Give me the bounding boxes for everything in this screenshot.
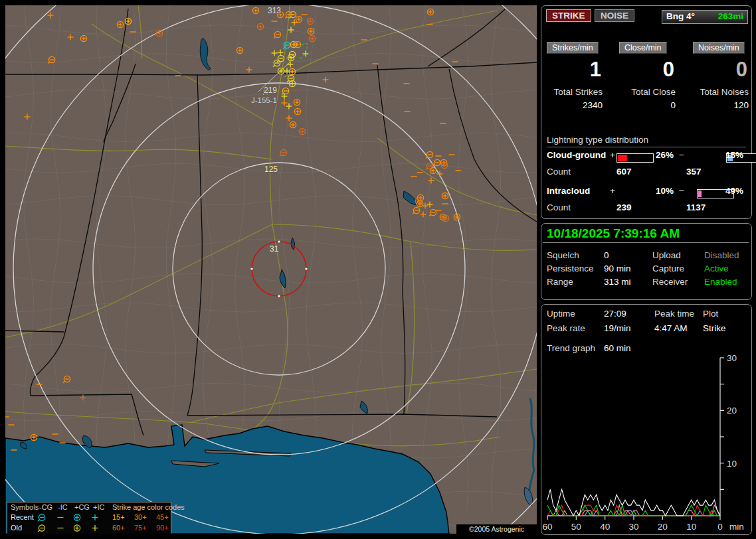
plot-mode-value: Strike bbox=[703, 323, 726, 333]
map-canvas: 313 219 125 31 J-155-1 bbox=[5, 5, 537, 534]
age-code-90plus: 90+ bbox=[156, 524, 169, 532]
ic-pos-sign: + bbox=[610, 186, 615, 196]
range-value: 313 mi bbox=[604, 277, 631, 287]
uptime-value: 27:09 bbox=[604, 309, 626, 319]
svg-text:30: 30 bbox=[727, 355, 737, 363]
water-features bbox=[5, 38, 534, 534]
capture-label: Capture bbox=[652, 264, 684, 273]
close-per-min-value: 0 bbox=[614, 58, 674, 82]
age-code-45plus: 45+ bbox=[156, 513, 169, 521]
total-close-label: Total Close bbox=[614, 87, 676, 97]
trend-graph-label: Trend graph bbox=[547, 343, 595, 353]
status-panel: 10/18/2025 7:39:16 AM Squelch 0 Upload D… bbox=[541, 223, 752, 300]
svg-text:20: 20 bbox=[727, 406, 737, 416]
total-strikes-value: 2340 bbox=[541, 100, 603, 110]
plot-header: Plot bbox=[703, 309, 718, 319]
legend-col-ic-neg: -IC bbox=[58, 503, 68, 511]
ic-count-label: Count bbox=[547, 202, 571, 212]
cloud-ground-label: Cloud-ground bbox=[547, 150, 606, 160]
cg-count-label: Count bbox=[547, 167, 571, 177]
legend-col-cg-pos: +CG bbox=[74, 503, 90, 511]
ic-pos-count: 239 bbox=[616, 202, 632, 212]
cg-neg-pct: 15% bbox=[725, 150, 743, 160]
total-noises-value: 120 bbox=[686, 100, 749, 110]
legend-col-ic-pos: +IC bbox=[93, 503, 104, 511]
cg-neg-count: 357 bbox=[686, 167, 702, 177]
ring-label-125: 125 bbox=[264, 165, 278, 174]
ic-neg-count: 1137 bbox=[686, 202, 706, 212]
total-noises-label: Total Noises bbox=[686, 87, 749, 97]
uptime-label: Uptime bbox=[547, 309, 575, 319]
peak-time-value: 4:47 AM bbox=[654, 323, 688, 333]
bearing-readout: Bng 4° 263mi bbox=[662, 10, 748, 24]
legend-col-cg-neg: -CG bbox=[39, 503, 52, 511]
ic-pos-pct: 10% bbox=[656, 186, 674, 196]
svg-text:60: 60 bbox=[542, 522, 552, 532]
svg-text:0: 0 bbox=[717, 522, 723, 532]
legend-symbols-old bbox=[7, 523, 107, 533]
range-label: Range bbox=[547, 277, 573, 287]
cg-pos-bar bbox=[616, 153, 654, 163]
svg-text:20: 20 bbox=[658, 522, 668, 532]
legend-symbols-header: Symbols bbox=[11, 503, 39, 511]
map-legend: Symbols -CG -IC +CG +IC Strike age color… bbox=[7, 502, 171, 534]
age-code-75plus: 75+ bbox=[134, 524, 147, 532]
noises-per-min-chip: Noises/min bbox=[693, 42, 745, 54]
persistence-value: 90 min bbox=[604, 264, 631, 273]
state-borders bbox=[5, 9, 537, 435]
lightning-map[interactable]: 313 219 125 31 J-155-1 Symbols -CG -IC +… bbox=[5, 5, 537, 534]
ic-neg-sign: − bbox=[679, 186, 684, 196]
strikes-per-min-value: 1 bbox=[541, 58, 601, 82]
cg-pos-count: 607 bbox=[616, 167, 632, 177]
receiver-label: Receiver bbox=[652, 277, 688, 287]
svg-text:50: 50 bbox=[571, 522, 581, 532]
distribution-title: Lightning type distribution bbox=[547, 135, 648, 145]
close-alarm-ring bbox=[250, 240, 307, 297]
copyright-text: ©2005 Astrogenic Systems bbox=[456, 524, 537, 534]
svg-text:10: 10 bbox=[686, 522, 696, 532]
intracloud-label: Intracloud bbox=[547, 186, 590, 196]
peak-rate-value: 19/min bbox=[604, 323, 631, 333]
squelch-value: 0 bbox=[604, 250, 609, 260]
stats-panel: STRIKE NOISE Bng 4° 263mi Strikes/min Cl… bbox=[541, 5, 752, 219]
svg-text:min: min bbox=[729, 522, 744, 532]
peak-rate-label: Peak rate bbox=[547, 323, 585, 333]
age-code-60plus: 60+ bbox=[112, 524, 125, 532]
bearing-label: Bng 4° bbox=[666, 11, 695, 23]
bearing-range: 263mi bbox=[718, 11, 743, 23]
ring-label-219: 219 bbox=[264, 86, 277, 95]
ring-labels: 313 219 125 31 J-155-1 bbox=[251, 6, 281, 254]
app-window: 313 219 125 31 J-155-1 Symbols -CG -IC +… bbox=[0, 0, 756, 539]
receiver-status: Enabled bbox=[704, 277, 737, 287]
capture-status: Active bbox=[704, 264, 729, 273]
persistence-label: Persistence bbox=[547, 264, 594, 273]
age-code-30plus: 30+ bbox=[134, 513, 147, 521]
strike-toggle-button[interactable]: STRIKE bbox=[546, 9, 591, 22]
legend-age-title: Strike age color codes bbox=[112, 503, 185, 511]
legend-symbols-recent bbox=[7, 512, 107, 522]
ring-label-31: 31 bbox=[270, 244, 279, 254]
datetime-display: 10/18/2025 7:39:16 AM bbox=[547, 226, 680, 241]
trend-graph: 1020306050403020100min bbox=[541, 355, 750, 533]
peak-time-header: Peak time bbox=[654, 309, 694, 319]
svg-text:10: 10 bbox=[727, 459, 737, 469]
ring-label-313: 313 bbox=[268, 6, 281, 15]
storm-cell-label: J-155-1 bbox=[251, 96, 277, 104]
noise-toggle-button[interactable]: NOISE bbox=[595, 9, 634, 22]
noises-per-min-value: 0 bbox=[688, 58, 747, 82]
cg-neg-sign: − bbox=[679, 150, 684, 160]
upload-status: Disabled bbox=[704, 250, 739, 260]
svg-text:30: 30 bbox=[628, 522, 638, 532]
cg-pos-sign: + bbox=[610, 150, 615, 160]
squelch-label: Squelch bbox=[547, 250, 579, 260]
close-per-min-chip: Close/min bbox=[619, 42, 667, 54]
upload-label: Upload bbox=[652, 250, 681, 260]
strikes-per-min-chip: Strikes/min bbox=[547, 42, 599, 54]
svg-text:40: 40 bbox=[600, 522, 610, 532]
cg-pos-pct: 26% bbox=[656, 150, 674, 160]
total-close-value: 0 bbox=[614, 100, 676, 110]
total-strikes-label: Total Strikes bbox=[541, 87, 603, 97]
trend-graph-value: 60 min bbox=[604, 343, 631, 353]
trend-panel: Uptime 27:09 Peak time Plot Peak rate 19… bbox=[541, 304, 752, 535]
ic-neg-pct: 49% bbox=[725, 186, 743, 196]
